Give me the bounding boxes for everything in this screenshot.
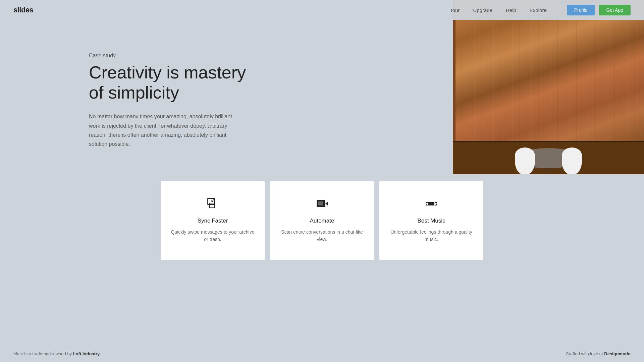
speaker-bottom [453, 141, 644, 174]
get-app-button[interactable]: Get App [599, 5, 631, 15]
automate-desc: Scan entire conversations in a chat-like… [280, 228, 364, 243]
automate-icon [316, 198, 328, 212]
wood-surface [453, 0, 644, 141]
svg-rect-4 [318, 201, 323, 205]
automate-title: Automate [310, 218, 334, 224]
svg-rect-0 [207, 198, 215, 204]
speaker-feet [515, 147, 582, 174]
nav-buttons: Profile Get App [567, 5, 631, 15]
logo[interactable]: slides [13, 6, 33, 14]
footer-brand-right: Designmodo [604, 351, 631, 356]
footer-right: Crafted with love at Designmodo [566, 351, 631, 356]
best-music-title: Best Music [417, 218, 445, 224]
footer-brand-left: Loft Industry [73, 351, 100, 356]
hero-image [453, 0, 644, 174]
sync-faster-icon [207, 198, 219, 212]
hero-content: Case study Creativity is mastery of simp… [0, 33, 255, 169]
speaker-foot-right [562, 147, 582, 174]
feature-automate: Automate Scan entire conversations in a … [270, 181, 374, 260]
sync-faster-desc: Quickly swipe messages to your archive o… [171, 228, 255, 243]
hero-section: Case study Creativity is mastery of simp… [0, 0, 644, 174]
hero-body: No matter how many times your amazing, a… [89, 112, 238, 148]
speaker-foot-left [515, 147, 535, 174]
sync-faster-title: Sync Faster [198, 218, 228, 224]
feature-best-music: Best Music Unforgettable feelings throug… [379, 181, 483, 260]
features-section: Sync Faster Quickly swipe messages to yo… [0, 181, 644, 260]
nav-explore[interactable]: Explore [530, 7, 547, 13]
profile-button[interactable]: Profile [567, 5, 595, 15]
nav-tour[interactable]: Tour [450, 7, 460, 13]
footer-left: Mars is a trademark owned by Loft Indust… [13, 351, 100, 356]
navbar: slides Tour Upgrade Help Explore Profile… [0, 0, 644, 20]
case-study-label: Case study [89, 53, 255, 59]
nav-links: Tour Upgrade Help Explore [450, 7, 546, 13]
feature-sync-faster: Sync Faster Quickly swipe messages to yo… [161, 181, 265, 260]
svg-marker-3 [325, 202, 328, 206]
svg-rect-1 [209, 203, 215, 208]
nav-help[interactable]: Help [506, 7, 516, 13]
hero-title: Creativity is mastery of simplicity [89, 63, 255, 103]
best-music-desc: Unforgettable feelings through a quality… [389, 228, 473, 243]
footer: Mars is a trademark owned by Loft Indust… [0, 345, 644, 362]
nav-upgrade[interactable]: Upgrade [473, 7, 492, 13]
best-music-icon [425, 198, 437, 212]
